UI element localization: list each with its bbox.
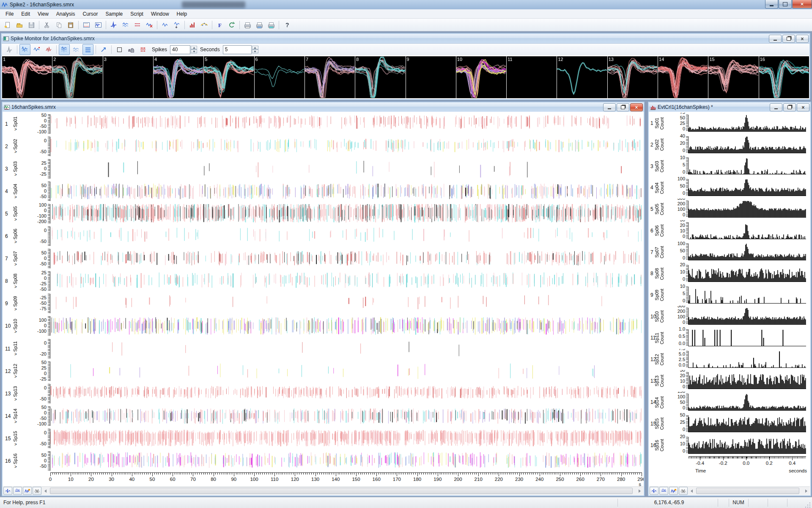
- time-view-titlebar[interactable]: 16chanSpikes.smrx ×: [3, 102, 644, 112]
- spike-panel-2[interactable]: 2: [52, 56, 102, 98]
- spikes-count-field-increment[interactable]: [191, 46, 197, 50]
- evtcrl-minimize-button[interactable]: [770, 103, 782, 111]
- stack-flat-button[interactable]: [71, 44, 82, 55]
- process-rerun-button[interactable]: [226, 19, 237, 30]
- histogram-Sp08[interactable]: [689, 265, 806, 282]
- spike-panel-9[interactable]: 9: [406, 56, 456, 98]
- spike-panel-12[interactable]: 12: [557, 56, 607, 98]
- spike-monitor-titlebar[interactable]: Spike Monitor for 16chanSpikes.smrx ×: [2, 34, 809, 44]
- wave-small-button[interactable]: [159, 19, 170, 30]
- overdraw-waves-button[interactable]: [120, 19, 131, 30]
- rate-box-button[interactable]: [114, 44, 125, 55]
- evtcrl-cursor-horizontal-button[interactable]: [659, 487, 668, 495]
- histogram-Sp04[interactable]: [689, 179, 806, 196]
- menu-item-sample[interactable]: Sample: [102, 10, 127, 18]
- app-restore-button[interactable]: [779, 0, 792, 8]
- paste-button[interactable]: [65, 19, 76, 30]
- time-view-scroll-left[interactable]: [42, 487, 49, 494]
- histogram-Sp10[interactable]: [689, 308, 806, 325]
- print-visible-button[interactable]: [254, 19, 265, 30]
- copy-button[interactable]: [53, 19, 64, 30]
- time-view-scroll-track[interactable]: [49, 487, 636, 494]
- evtcrl-cursor-active-button[interactable]: [669, 487, 678, 495]
- histogram-Sp16[interactable]: [689, 437, 806, 454]
- lock-axes-button[interactable]: [126, 44, 137, 55]
- spike-train-Sp16[interactable]: [50, 451, 642, 471]
- spike-monitor-restore-button[interactable]: [782, 35, 795, 43]
- print-screen-button[interactable]: [266, 19, 277, 30]
- marker-rows-button[interactable]: [132, 19, 143, 30]
- evtcrl-scroll-right[interactable]: [803, 487, 810, 494]
- spikes-count-field[interactable]: 40: [170, 45, 190, 54]
- evtcrl-titlebar[interactable]: EvtCrl1(16chanSpikes) * ×: [649, 102, 810, 112]
- save-file-button[interactable]: [26, 19, 37, 30]
- histogram-Sp12[interactable]: [689, 351, 806, 368]
- app-minimize-button[interactable]: [765, 0, 778, 8]
- font-button[interactable]: [214, 19, 225, 30]
- single-mode-button[interactable]: [31, 44, 42, 55]
- spike-trigger-button[interactable]: [4, 44, 15, 55]
- spike-panel-3[interactable]: 3: [103, 56, 153, 98]
- spike-train-Sp12[interactable]: [50, 362, 642, 381]
- histogram-Sp09[interactable]: [689, 287, 806, 304]
- app-close-button[interactable]: ×: [792, 0, 812, 8]
- spike-panel-5[interactable]: 5: [204, 56, 254, 98]
- sampling-config-button[interactable]: [93, 19, 104, 30]
- evtcrl-close-button[interactable]: ×: [797, 103, 809, 111]
- spike-panel-15[interactable]: 15: [708, 56, 758, 98]
- time-view-cursor-add-button[interactable]: [3, 487, 12, 495]
- histogram-Sp11[interactable]: [689, 329, 806, 346]
- overdraw-mode-button[interactable]: [19, 44, 30, 55]
- menu-item-cursor[interactable]: Cursor: [79, 10, 102, 18]
- spikes-count-field-decrement[interactable]: [191, 50, 197, 53]
- histogram-Sp13[interactable]: [689, 372, 806, 389]
- time-view-cursor-hide-button[interactable]: [33, 487, 41, 495]
- evtcrl-cursor-add-button[interactable]: [650, 487, 658, 495]
- spike-panel-11[interactable]: 11: [507, 56, 557, 98]
- menu-item-analysis[interactable]: Analysis: [52, 10, 79, 18]
- menu-item-file[interactable]: File: [2, 10, 17, 18]
- spike-train-Sp02[interactable]: [50, 137, 642, 156]
- menu-item-view[interactable]: View: [34, 10, 52, 18]
- spike-train-Sp04[interactable]: [50, 182, 642, 201]
- lines-mode-button[interactable]: [82, 44, 93, 55]
- adjust-levels-button[interactable]: [137, 44, 148, 55]
- spike-train-Sp11[interactable]: [50, 339, 642, 359]
- evtcrl-scroll-thumb[interactable]: [696, 488, 799, 494]
- menu-item-help[interactable]: Help: [173, 10, 191, 18]
- stack-3d-button[interactable]: [59, 44, 70, 55]
- evtcrl-scroll-left[interactable]: [688, 487, 695, 494]
- resize-grip[interactable]: [805, 502, 811, 508]
- histogram-Sp06[interactable]: [689, 222, 806, 239]
- histogram-Sp07[interactable]: [689, 243, 806, 260]
- evtcrl-scroll-track[interactable]: [695, 487, 803, 494]
- spike-panel-4[interactable]: 4: [154, 56, 203, 98]
- spike-panel-14[interactable]: 14: [658, 56, 708, 98]
- help-button[interactable]: [281, 19, 292, 30]
- menu-item-window[interactable]: Window: [147, 10, 173, 18]
- histogram-Sp05[interactable]: [689, 201, 806, 218]
- histogram-Sp03[interactable]: [689, 157, 806, 174]
- spike-train-Sp08[interactable]: [50, 271, 642, 291]
- spike-monitor-close-button[interactable]: ×: [796, 35, 809, 43]
- print-button[interactable]: [242, 19, 253, 30]
- histogram-Sp02[interactable]: [689, 136, 806, 153]
- spike-panel-10[interactable]: 10: [456, 56, 506, 98]
- raw-mode-button[interactable]: [43, 44, 54, 55]
- spike-train-Sp03[interactable]: [50, 159, 642, 179]
- histogram-Sp01[interactable]: [689, 115, 806, 132]
- time-view-scroll-right[interactable]: [636, 487, 643, 494]
- spike-panel-1[interactable]: 1: [2, 56, 52, 98]
- menu-item-edit[interactable]: Edit: [17, 10, 34, 18]
- evtcrl-cursor-hide-button[interactable]: [679, 487, 688, 495]
- spike-train-Sp01[interactable]: [50, 114, 642, 134]
- spike-train-Sp13[interactable]: [50, 384, 642, 403]
- new-spike-view-button[interactable]: [108, 19, 119, 30]
- time-view-restore-button[interactable]: [617, 103, 629, 111]
- seconds-field[interactable]: 5: [223, 45, 252, 54]
- spike-panel-13[interactable]: 13: [608, 56, 658, 98]
- spike-panel-16[interactable]: 16: [759, 56, 809, 98]
- seconds-field-increment[interactable]: [252, 46, 258, 50]
- spike-train-Sp14[interactable]: [50, 406, 642, 426]
- menu-item-script[interactable]: Script: [126, 10, 147, 18]
